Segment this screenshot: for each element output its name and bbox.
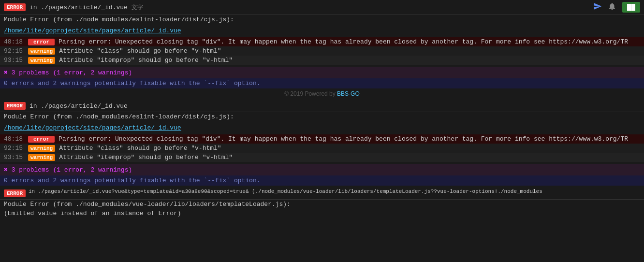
- file-path-top: in ./pages/article/_id.vue: [29, 4, 128, 11]
- message-text: Attribute "itemprop" should go before "v…: [59, 57, 233, 64]
- message-text: Parsing error: Unexpected closing tag "d…: [59, 135, 628, 143]
- send-icon-button[interactable]: [593, 2, 602, 13]
- file-link-2[interactable]: /home/lite/goproject/site/pages/article/…: [0, 121, 644, 134]
- problems-bar-1: ✖ 3 problems (1 error, 2 warnings): [0, 67, 644, 78]
- third-error-bar: ERROR in ./pages/article/_id.vue?vue&typ…: [0, 187, 644, 200]
- lint-row-warning-2: 93:15 warning Attribute "itemprop" shoul…: [0, 56, 644, 65]
- severity-warning: warning: [28, 48, 55, 55]
- line-col: 92:15: [4, 145, 28, 152]
- file-link-1[interactable]: /home/lite/goproject/site/pages/article/…: [0, 24, 644, 37]
- translate-icon: 文字: [132, 3, 143, 12]
- line-col: 93:15: [4, 57, 28, 64]
- fixable-bar-1: 0 errors and 2 warnings potentially fixa…: [0, 78, 644, 88]
- emitted-line: (Emitted value instead of an instance of…: [0, 209, 644, 218]
- severity-warning: warning: [28, 154, 55, 161]
- error-badge-top: ERROR: [4, 3, 26, 11]
- fixable-bar-2: 0 errors and 2 warnings potentially fixa…: [0, 175, 644, 186]
- bell-icon-button[interactable]: [608, 2, 616, 13]
- lint-section-1: /home/lite/goproject/site/pages/article/…: [0, 24, 644, 88]
- powered-by: © 2019 Powered by BBS-GO: [0, 88, 644, 99]
- lint-row-warning-4: 93:15 warning Attribute "itemprop" shoul…: [0, 153, 644, 162]
- line-col: 48:18: [4, 38, 28, 45]
- second-error-bar-left: ERROR in ./pages/article/_id.vue: [4, 102, 128, 110]
- green-action-button[interactable]: ██: [622, 2, 640, 13]
- message-text: Attribute "itemprop" should go before "v…: [59, 154, 233, 161]
- module-error-line-1: Module Error (from ./node_modules/eslint…: [0, 15, 644, 24]
- lint-row-warning-1: 92:15 warning Attribute "class" should g…: [0, 46, 644, 56]
- third-error-bar-left: ERROR in ./pages/article/_id.vue?vue&typ…: [4, 189, 640, 197]
- powered-by-text: © 2019 Powered by: [284, 90, 337, 97]
- file-path-long: in ./pages/article/_id.vue?vue&type=temp…: [29, 189, 640, 194]
- lint-section-2: /home/lite/goproject/site/pages/article/…: [0, 121, 644, 186]
- line-col: 92:15: [4, 47, 28, 55]
- error-badge-2: ERROR: [4, 102, 26, 110]
- line-col: 93:15: [4, 154, 28, 161]
- fixable-text-1: 0 errors and 2 warnings potentially fixa…: [4, 80, 261, 87]
- error-badge-3: ERROR: [4, 189, 26, 197]
- second-error-bar: ERROR in ./pages/article/_id.vue: [0, 100, 644, 112]
- top-bar-left: ERROR in ./pages/article/_id.vue 文字: [4, 3, 143, 12]
- bbs-go-link[interactable]: BBS-GO: [337, 90, 360, 97]
- lint-row-error-2: 48:18 error Parsing error: Unexpected cl…: [0, 134, 644, 144]
- message-text: Attribute "class" should go before "v-ht…: [59, 47, 221, 55]
- file-path-2: in ./pages/article/_id.vue: [29, 102, 128, 110]
- fixable-text-2: 0 errors and 2 warnings potentially fixa…: [4, 177, 261, 184]
- module-error-line-2: Module Error (from ./node_modules/eslint…: [0, 112, 644, 121]
- top-bar: ERROR in ./pages/article/_id.vue 文字 ██: [0, 0, 644, 15]
- lint-row-warning-3: 92:15 warning Attribute "class" should g…: [0, 144, 644, 153]
- message-text: Parsing error: Unexpected closing tag "d…: [59, 38, 628, 45]
- module-error-line-3: Module Error (from ./node_modules/vue-lo…: [0, 200, 644, 209]
- severity-warning: warning: [28, 145, 55, 152]
- message-text: Attribute "class" should go before "v-ht…: [59, 145, 221, 152]
- severity-error: error: [28, 136, 55, 143]
- problems-bar-2: ✖ 3 problems (1 error, 2 warnings): [0, 164, 644, 175]
- severity-error: error: [28, 39, 55, 45]
- top-bar-right: ██: [593, 2, 640, 13]
- line-col: 48:18: [4, 135, 28, 143]
- severity-warning: warning: [28, 57, 55, 64]
- lint-row-error-1: 48:18 error Parsing error: Unexpected cl…: [0, 37, 644, 46]
